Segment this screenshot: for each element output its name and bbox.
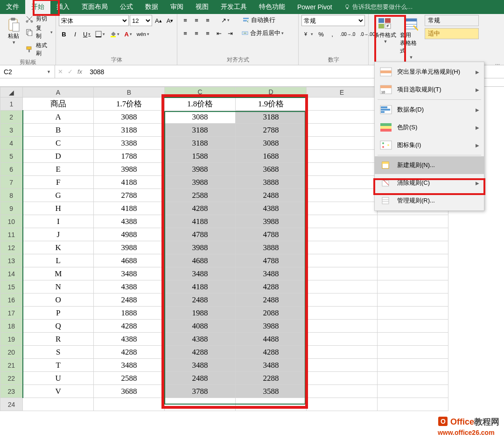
cell[interactable] — [378, 280, 448, 293]
cell[interactable]: E — [23, 163, 94, 176]
cell[interactable]: 3788 — [165, 385, 236, 398]
cell[interactable]: B — [23, 124, 94, 137]
cell[interactable]: 1588 — [165, 150, 236, 163]
cell[interactable]: 3688 — [236, 163, 307, 176]
cell[interactable]: 2788 — [94, 189, 165, 202]
cell[interactable] — [307, 111, 378, 124]
cell[interactable] — [307, 124, 378, 137]
cell[interactable] — [378, 333, 448, 346]
cell[interactable]: 4388 — [94, 333, 165, 346]
cell[interactable]: 2488 — [236, 293, 307, 307]
row-header[interactable]: 23 — [0, 385, 23, 398]
cancel-formula-button[interactable]: ✕ — [58, 68, 63, 75]
tab-special[interactable]: 特色功能 — [253, 0, 291, 14]
row-header[interactable]: 3 — [0, 124, 23, 137]
row-header[interactable]: 11 — [0, 228, 23, 241]
cell[interactable]: 4188 — [94, 202, 165, 215]
cell[interactable] — [307, 398, 378, 411]
increase-font-button[interactable]: A▴ — [153, 15, 164, 26]
cell[interactable] — [307, 189, 378, 202]
cell[interactable]: 3488 — [165, 267, 236, 280]
cell[interactable]: K — [23, 241, 94, 254]
cf-top-bottom-rules[interactable]: 10 项目选取规则(T)▶ — [375, 81, 484, 98]
cell[interactable]: G — [23, 189, 94, 202]
cell[interactable] — [378, 346, 448, 359]
tab-dev[interactable]: 开发工具 — [215, 0, 253, 14]
cell[interactable]: 3188 — [165, 124, 236, 137]
cell[interactable]: 2488 — [165, 293, 236, 307]
cell[interactable] — [307, 98, 378, 111]
cell[interactable] — [307, 280, 378, 293]
cell[interactable]: 4488 — [236, 333, 307, 346]
cell[interactable]: 1.8价格 — [165, 98, 236, 111]
cell[interactable]: 4188 — [165, 215, 236, 228]
row-header[interactable]: 13 — [0, 254, 23, 267]
align-center-button[interactable]: ≡ — [191, 28, 202, 38]
cell[interactable]: 3888 — [236, 176, 307, 189]
align-left-button[interactable]: ≡ — [180, 28, 190, 38]
cell[interactable] — [378, 215, 448, 228]
cell[interactable]: 3188 — [94, 124, 165, 137]
cell[interactable]: 3588 — [236, 385, 307, 398]
cell[interactable]: 2288 — [236, 372, 307, 385]
cell[interactable] — [165, 398, 236, 411]
cell[interactable]: F — [23, 176, 94, 189]
row-header[interactable]: 20 — [0, 346, 23, 359]
cell[interactable] — [307, 346, 378, 359]
row-header[interactable]: 2 — [0, 111, 23, 124]
cell[interactable]: L — [23, 254, 94, 267]
row-header[interactable]: 8 — [0, 189, 23, 202]
col-header-A[interactable]: A — [23, 87, 94, 98]
orientation-button[interactable]: ↗▾ — [219, 15, 231, 25]
cell[interactable] — [378, 398, 448, 411]
row-header[interactable]: 17 — [0, 307, 23, 320]
cell[interactable]: 商品 — [23, 98, 94, 111]
select-all-button[interactable]: ◢ — [0, 87, 23, 98]
cell[interactable]: 4288 — [165, 346, 236, 359]
cell[interactable] — [23, 398, 94, 411]
cell[interactable]: 3488 — [165, 359, 236, 372]
cell[interactable]: 2788 — [236, 124, 307, 137]
wrap-text-button[interactable]: 自动换行 — [241, 15, 277, 25]
bold-button[interactable]: B — [59, 29, 69, 39]
cell[interactable] — [94, 398, 165, 411]
cell[interactable]: 4788 — [236, 228, 307, 241]
row-header[interactable]: 14 — [0, 267, 23, 280]
format-as-table-button[interactable]: 套用 表格格式 ▼ — [399, 15, 423, 62]
tab-file[interactable]: 文件 — [0, 0, 25, 14]
cut-button[interactable]: 剪切 — [26, 15, 53, 23]
tab-insert[interactable]: 插入 — [50, 0, 76, 14]
tab-formula[interactable]: 公式 — [114, 0, 139, 14]
border-button[interactable]: ▾ — [93, 29, 107, 39]
cell[interactable] — [307, 202, 378, 215]
cell[interactable]: 3988 — [94, 163, 165, 176]
row-header[interactable]: 15 — [0, 280, 23, 293]
comma-button[interactable]: , — [327, 29, 337, 39]
cell[interactable] — [378, 241, 448, 254]
cell[interactable]: 4688 — [165, 254, 236, 267]
cell[interactable]: 4288 — [236, 280, 307, 293]
cell[interactable]: 4388 — [94, 215, 165, 228]
row-header[interactable]: 6 — [0, 163, 23, 176]
merge-center-button[interactable]: 合并后居中▾ — [240, 28, 286, 38]
tab-data[interactable]: 数据 — [139, 0, 164, 14]
cell[interactable]: C — [23, 137, 94, 150]
cf-icon-sets[interactable]: 图标集(I)▶ — [375, 136, 484, 154]
cell[interactable]: 1788 — [94, 150, 165, 163]
tab-view[interactable]: 视图 — [189, 0, 215, 14]
cell[interactable] — [307, 359, 378, 372]
cf-clear-rules[interactable]: 清除规则(C)▶ — [375, 174, 484, 192]
cell[interactable]: 1988 — [165, 307, 236, 320]
cell[interactable] — [307, 137, 378, 150]
cell[interactable]: 2488 — [94, 293, 165, 307]
decrease-font-button[interactable]: A▾ — [165, 15, 175, 26]
cell[interactable]: 3688 — [94, 385, 165, 398]
cell[interactable]: 1.7价格 — [94, 98, 165, 111]
name-box[interactable]: C2▼ — [0, 65, 55, 78]
cell[interactable]: 3488 — [236, 267, 307, 280]
cell[interactable]: 3888 — [236, 241, 307, 254]
font-color-button[interactable]: A▾ — [122, 29, 133, 39]
font-name-combo[interactable]: 宋体 — [59, 15, 129, 26]
col-header-D[interactable]: D — [236, 87, 307, 98]
col-header-C[interactable]: C — [165, 87, 236, 98]
